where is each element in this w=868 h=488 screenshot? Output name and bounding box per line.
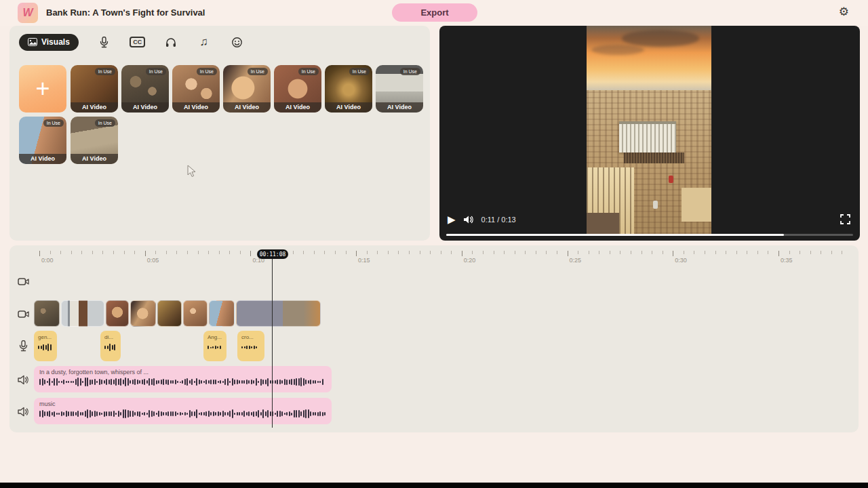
ruler-tick	[631, 251, 631, 254]
ruler-tick	[568, 251, 568, 256]
library-clip-7[interactable]: In UseAI Video	[376, 65, 423, 113]
building-shape	[682, 188, 711, 221]
timeline-video-clip[interactable]	[183, 300, 208, 327]
library-clip-9[interactable]: In UseAI Video	[71, 117, 118, 164]
ruler-tick	[462, 251, 462, 256]
headphones-icon	[165, 37, 176, 47]
ruler-tick	[715, 251, 716, 254]
library-clip-2[interactable]: In UseAI Video	[121, 65, 169, 113]
tab-captions[interactable]: CC	[130, 35, 145, 49]
timeline-ruler[interactable]: 0:000:050:100:150:200:250:300:35	[9, 251, 859, 267]
ruler-tick	[124, 251, 125, 254]
logo-glyph: W	[22, 7, 33, 19]
image-icon	[28, 38, 37, 46]
ruler-tick	[642, 251, 642, 254]
tab-visuals[interactable]: Visuals	[19, 34, 79, 51]
tab-visuals-label: Visuals	[41, 37, 70, 47]
timeline-video-clip[interactable]	[106, 300, 129, 327]
clip-waveform	[39, 409, 326, 419]
speech-audio-clip[interactable]: In a dusty, forgotten town, whispers of …	[34, 366, 332, 392]
settings-gear-icon[interactable]: ⚙	[839, 5, 849, 19]
ai-video-label: AI Video	[376, 102, 423, 113]
ruler-tick	[346, 251, 347, 254]
microphone-icon	[100, 37, 108, 48]
play-button[interactable]: ▶	[448, 214, 456, 226]
timeline-video-clip[interactable]	[236, 300, 321, 327]
music-audio-clip[interactable]: music	[34, 398, 332, 424]
playhead-time-badge[interactable]: 00:11:08	[257, 249, 288, 259]
timeline-video-clip[interactable]	[209, 300, 235, 327]
ruler-tick	[409, 251, 410, 254]
tab-music[interactable]: ♫	[197, 35, 212, 49]
tab-audio[interactable]	[163, 35, 178, 49]
clip-waveform	[208, 343, 222, 352]
in-use-badge: In Use	[349, 68, 370, 75]
ruler-tick	[451, 251, 452, 254]
clip-label: Ang...	[208, 334, 222, 340]
mouse-cursor	[187, 165, 196, 178]
export-button[interactable]: Export	[392, 3, 477, 22]
ruler-tick	[81, 251, 82, 254]
ruler-tick	[821, 251, 821, 254]
progress-bar[interactable]	[446, 234, 853, 236]
ruler-tick	[240, 251, 241, 254]
ruler-tick	[39, 251, 40, 256]
ruler-tick	[778, 251, 779, 256]
ruler-tick	[92, 251, 93, 254]
playhead-line[interactable]	[272, 251, 273, 428]
ai-video-label: AI Video	[71, 154, 118, 164]
ruler-tick	[134, 251, 135, 254]
in-use-badge: In Use	[95, 119, 115, 127]
ai-video-label: AI Video	[325, 102, 372, 113]
ruler-tick	[388, 251, 389, 254]
clip-label: di...	[104, 334, 117, 340]
ai-video-label: AI Video	[71, 102, 118, 113]
ruler-tick	[726, 251, 726, 254]
voiceover-clip[interactable]: Ang...	[203, 331, 226, 361]
ai-video-label: AI Video	[223, 102, 271, 113]
letterbox-bar	[0, 483, 868, 488]
ruler-tick	[620, 251, 620, 254]
voiceover-clip[interactable]: di...	[100, 331, 121, 361]
ai-video-label: AI Video	[121, 102, 169, 113]
add-media-button[interactable]: +	[19, 65, 66, 113]
car-shape	[669, 176, 673, 183]
voiceover-clip[interactable]: cro...	[237, 331, 264, 361]
car-shape	[653, 201, 658, 209]
ruler-time-label: 0:30	[675, 257, 687, 264]
timeline-video-clip[interactable]	[34, 300, 60, 327]
library-clip-4[interactable]: In UseAI Video	[223, 65, 271, 113]
ruler-tick	[536, 251, 536, 254]
ruler-tick	[768, 251, 768, 254]
music-track-icon	[18, 406, 29, 418]
app-logo[interactable]: W	[18, 3, 38, 23]
ruler-tick	[303, 251, 304, 254]
ruler-tick	[229, 251, 230, 254]
project-title: Bank Run: A Town's Fight for Survival	[46, 7, 205, 18]
timeline-video-clip[interactable]	[130, 300, 156, 327]
library-clip-3[interactable]: In UseAI Video	[172, 65, 220, 113]
timeline-video-clip[interactable]	[61, 300, 104, 327]
fullscreen-icon[interactable]	[840, 214, 850, 224]
tab-stickers[interactable]	[230, 35, 245, 49]
ruler-tick	[155, 251, 156, 254]
in-use-badge: In Use	[248, 68, 268, 75]
video-preview-player[interactable]: ▶ 0:11 / 0:13	[439, 26, 860, 241]
clip-label: music	[39, 401, 326, 407]
library-clip-1[interactable]: In UseAI Video	[71, 65, 118, 113]
clip-label: gen...	[38, 334, 53, 340]
cloud-shape	[622, 30, 699, 47]
ruler-tick	[208, 251, 209, 254]
timeline-video-clip[interactable]	[157, 300, 182, 327]
voiceover-clip[interactable]: gen...	[34, 331, 57, 361]
ruler-tick	[757, 251, 758, 254]
volume-icon[interactable]	[463, 215, 474, 224]
ruler-tick	[663, 251, 663, 254]
timeline-panel: 0:000:050:100:150:200:250:300:35 gen... …	[9, 245, 859, 432]
library-clip-5[interactable]: In UseAI Video	[274, 65, 321, 113]
ruler-tick	[483, 251, 484, 254]
tab-voiceover[interactable]	[97, 35, 112, 49]
library-clip-6[interactable]: In UseAI Video	[325, 65, 372, 113]
library-clip-8[interactable]: In UseAI Video	[19, 117, 66, 164]
ruler-tick	[589, 251, 589, 254]
